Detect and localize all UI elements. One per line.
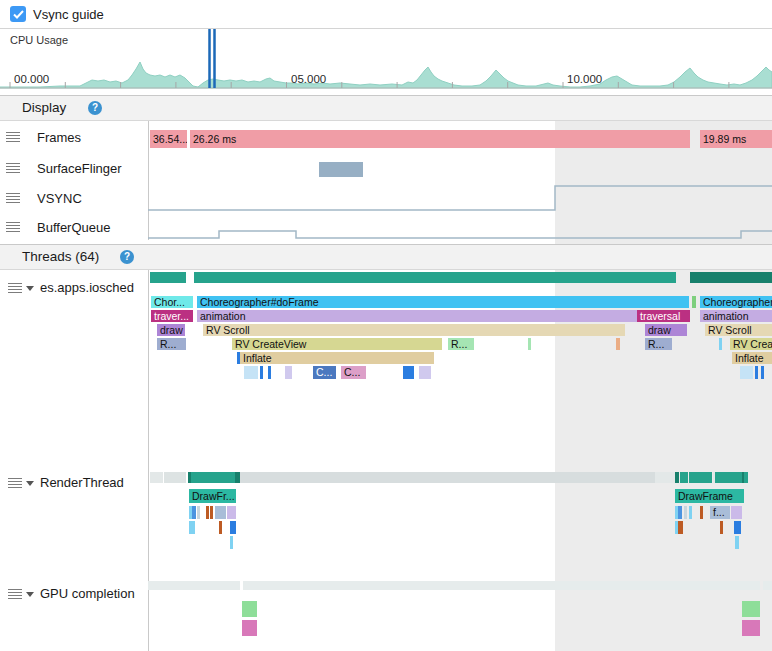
trace-span[interactable] <box>242 601 257 617</box>
trace-span[interactable] <box>692 296 696 308</box>
trace-span[interactable] <box>403 366 414 379</box>
drag-handle[interactable] <box>8 478 22 489</box>
trace-span[interactable] <box>285 366 292 379</box>
drag-handle[interactable] <box>8 283 22 294</box>
trace-span-drawfr[interactable]: DrawFr... <box>189 489 236 503</box>
trace-span-19-89-ms[interactable]: 19.89 ms <box>700 130 772 148</box>
trace-span[interactable] <box>742 620 760 636</box>
check-icon <box>13 10 24 19</box>
trace-span[interactable] <box>215 506 226 519</box>
trace-span[interactable] <box>150 472 163 483</box>
trace-span[interactable] <box>150 272 186 283</box>
trace-span[interactable] <box>740 366 753 379</box>
trace-span[interactable] <box>192 521 195 534</box>
trace-span[interactable] <box>735 536 739 549</box>
trace-span[interactable] <box>689 472 712 483</box>
trace-span[interactable] <box>148 581 240 590</box>
trace-span[interactable] <box>242 620 257 636</box>
vsync-guide-checkbox[interactable] <box>10 6 26 22</box>
trace-span-c[interactable]: C... <box>313 366 336 379</box>
trace-span[interactable] <box>734 521 741 534</box>
trace-span-inflate[interactable]: Inflate <box>732 352 772 364</box>
trace-span[interactable] <box>528 338 531 350</box>
thread-label-gpu-completion[interactable]: GPU completion <box>40 586 135 601</box>
trace-span[interactable] <box>719 338 722 350</box>
axis-tick-label: 00.000 <box>14 73 49 85</box>
trace-span[interactable] <box>244 366 258 379</box>
trace-span[interactable] <box>230 521 236 534</box>
trace-span[interactable] <box>678 521 683 534</box>
trace-span[interactable] <box>243 581 760 590</box>
trace-span-inflate[interactable]: Inflate <box>240 352 434 364</box>
display-section-header[interactable]: Display ? <box>0 95 772 121</box>
trace-span-draw[interactable]: draw <box>645 324 687 336</box>
trace-span[interactable] <box>240 472 655 483</box>
trace-span[interactable] <box>755 366 758 379</box>
trace-span[interactable] <box>194 272 676 283</box>
trace-span[interactable] <box>680 472 688 483</box>
trace-span[interactable] <box>761 366 764 379</box>
trace-span[interactable] <box>675 472 679 483</box>
trace-span[interactable] <box>763 581 772 590</box>
trace-span-r[interactable]: R... <box>448 338 474 350</box>
trace-span-draw[interactable]: draw <box>157 324 185 336</box>
trace-span[interactable] <box>678 506 682 519</box>
trace-span[interactable] <box>715 472 742 483</box>
threads-section-title: Threads (64) <box>22 249 99 264</box>
trace-span-26-26-ms[interactable]: 26.26 ms <box>190 130 690 148</box>
trace-span-rv-createview[interactable]: RV CreateView <box>730 338 772 350</box>
collapse-triangle-icon[interactable] <box>26 286 34 291</box>
thread-label-iosched[interactable]: es.apps.iosched <box>40 280 134 295</box>
cpu-usage-chart <box>0 29 772 93</box>
cpu-usage-track[interactable]: CPU Usage 00.00005.00010.000 <box>0 29 772 93</box>
trace-span[interactable] <box>227 506 236 519</box>
trace-span[interactable] <box>319 162 363 177</box>
trace-span[interactable] <box>684 506 687 519</box>
trace-span[interactable] <box>219 521 222 534</box>
drag-handle[interactable] <box>8 589 22 600</box>
trace-span-c[interactable]: C... <box>341 366 366 379</box>
trace-span[interactable] <box>206 506 209 519</box>
trace-span-rv-createview[interactable]: RV CreateView <box>232 338 442 350</box>
vsync-guide-label: Vsync guide <box>33 7 104 22</box>
trace-span[interactable] <box>210 506 213 519</box>
trace-span-choreographer-doframe[interactable]: Choreographer#doFrame <box>197 296 689 308</box>
trace-span-traversal[interactable]: traversal <box>637 310 690 322</box>
trace-span[interactable] <box>419 366 431 379</box>
trace-span[interactable] <box>689 506 692 519</box>
trace-span-chor[interactable]: Chor... <box>151 296 193 308</box>
trace-span-traver[interactable]: traver... <box>151 310 193 322</box>
column-divider <box>148 268 149 651</box>
trace-span-rv-scroll[interactable]: RV Scroll <box>705 324 772 336</box>
trace-span-drawframe[interactable]: DrawFrame <box>675 489 744 503</box>
thread-label-renderthread[interactable]: RenderThread <box>40 475 124 490</box>
trace-span-36-54[interactable]: 36.54... <box>150 130 187 148</box>
trace-span[interactable] <box>192 506 196 519</box>
trace-span-animation[interactable]: animation <box>197 310 637 322</box>
trace-span-animation[interactable]: animation <box>700 310 772 322</box>
trace-span[interactable] <box>720 521 723 534</box>
trace-span[interactable] <box>655 472 675 483</box>
trace-span[interactable] <box>731 506 742 519</box>
trace-span[interactable] <box>164 472 186 483</box>
help-icon[interactable]: ? <box>120 250 134 264</box>
collapse-triangle-icon[interactable] <box>26 592 34 597</box>
collapse-triangle-icon[interactable] <box>26 481 34 486</box>
trace-span[interactable] <box>616 338 620 350</box>
trace-span[interactable] <box>744 472 748 483</box>
trace-span-f[interactable]: f... <box>710 506 730 519</box>
trace-span[interactable] <box>230 536 233 549</box>
trace-span[interactable] <box>700 506 703 519</box>
trace-span[interactable] <box>260 366 263 379</box>
trace-span[interactable] <box>268 366 271 379</box>
trace-span-r[interactable]: R... <box>157 338 186 350</box>
threads-section-header[interactable]: Threads (64) ? <box>0 244 772 270</box>
trace-span[interactable] <box>742 601 760 617</box>
trace-span[interactable] <box>197 506 200 519</box>
trace-span-choreographer-doframe[interactable]: Choreographer#doFrame <box>700 296 772 308</box>
trace-span[interactable] <box>191 472 235 483</box>
trace-span[interactable] <box>690 272 772 283</box>
trace-span-r[interactable]: R... <box>645 338 672 350</box>
help-icon[interactable]: ? <box>88 101 102 115</box>
trace-span-rv-scroll[interactable]: RV Scroll <box>203 324 625 336</box>
